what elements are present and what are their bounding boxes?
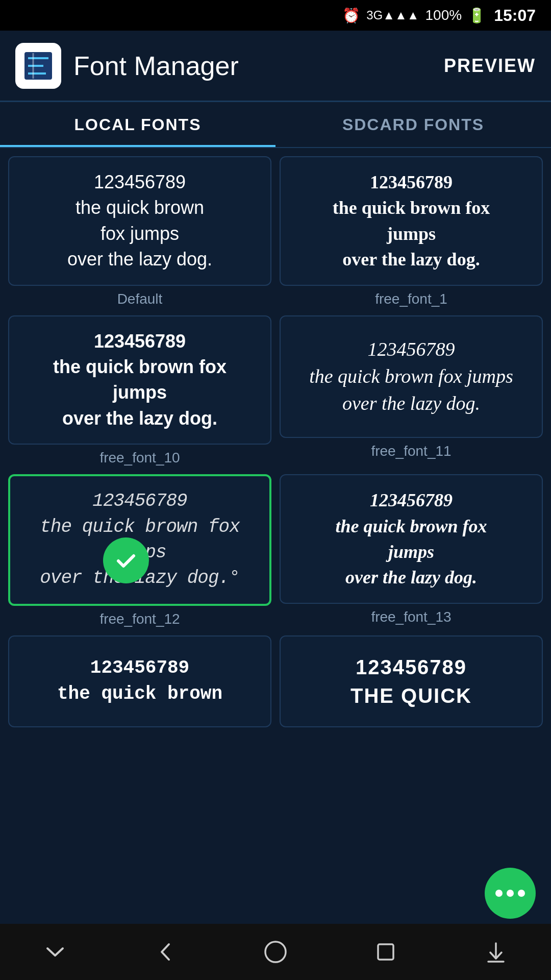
selected-check-badge <box>103 537 149 583</box>
status-time: 15:07 <box>494 6 536 25</box>
font-preview-11: 123456789the quick brown fox jumpsover t… <box>309 336 513 418</box>
font-preview-14r: 123456789THE QUICK <box>350 653 472 710</box>
fab-more-options[interactable] <box>485 868 536 919</box>
font-card-wrapper-10: 123456789the quick brown foxjumpsover th… <box>8 315 271 467</box>
fab-dot-3 <box>518 890 525 897</box>
font-preview-default: 123456789the quick brownfox jumpsover th… <box>67 169 212 273</box>
preview-button[interactable]: PREVIEW <box>444 55 536 77</box>
font-preview-10: 123456789the quick brown foxjumpsover th… <box>53 329 227 432</box>
status-bar: ⏰ 3G▲▲▲ 100% 🔋 15:07 <box>0 0 551 31</box>
font-grid: 123456789the quick brownfox jumpsover th… <box>0 148 551 736</box>
font-card-wrapper-default: 123456789the quick brownfox jumpsover th… <box>8 156 271 307</box>
font-name-10: free_font_10 <box>99 450 180 466</box>
svg-rect-7 <box>378 944 393 960</box>
font-preview-13: 123456789the quick brown foxjumpsover th… <box>335 487 487 591</box>
bottom-nav <box>0 924 551 980</box>
nav-recents[interactable] <box>365 932 406 972</box>
font-name-1: free_font_1 <box>375 291 447 307</box>
battery-text: 100% <box>425 7 462 23</box>
fab-dots <box>495 890 525 897</box>
font-card-wrapper-14r: 123456789THE QUICK <box>280 635 543 727</box>
font-card-1[interactable]: 123456789the quick brown foxjumpsover th… <box>280 156 543 286</box>
alarm-icon: ⏰ <box>342 7 360 24</box>
app-bar: Font Manager PREVIEW <box>0 31 551 102</box>
font-card-14l[interactable]: 123456789the quick brown <box>8 635 271 727</box>
font-card-wrapper-12: 123456789the quick brown foxjumpsover th… <box>8 474 271 627</box>
font-card-12[interactable]: 123456789the quick brown foxjumpsover th… <box>8 474 271 606</box>
nav-back[interactable] <box>145 932 186 972</box>
font-card-wrapper-13: 123456789the quick brown foxjumpsover th… <box>280 474 543 627</box>
nav-home[interactable] <box>255 932 296 972</box>
font-card-10[interactable]: 123456789the quick brown foxjumpsover th… <box>8 315 271 445</box>
font-name-12: free_font_12 <box>99 611 180 627</box>
signal-icon: 3G▲▲▲ <box>366 8 419 22</box>
font-preview-1: 123456789the quick brown foxjumpsover th… <box>333 169 490 273</box>
svg-point-6 <box>265 942 286 962</box>
font-name-11: free_font_11 <box>371 443 451 459</box>
tabs-container: LOCAL FONTS SDCARD FONTS <box>0 102 551 148</box>
app-title: Font Manager <box>73 51 444 81</box>
nav-download[interactable] <box>475 932 516 972</box>
tab-local-fonts[interactable]: LOCAL FONTS <box>0 102 276 147</box>
font-card-14r[interactable]: 123456789THE QUICK <box>280 635 543 727</box>
font-card-13[interactable]: 123456789the quick brown foxjumpsover th… <box>280 474 543 604</box>
nav-chevron-down[interactable] <box>35 932 76 972</box>
fab-dot-2 <box>507 890 514 897</box>
font-card-wrapper-1: 123456789the quick brown foxjumpsover th… <box>280 156 543 307</box>
font-name-13: free_font_13 <box>371 609 451 625</box>
font-card-wrapper-11: 123456789the quick brown fox jumpsover t… <box>280 315 543 467</box>
battery-icon: 🔋 <box>468 7 486 24</box>
font-preview-14l: 123456789the quick brown <box>57 655 222 707</box>
status-icons: ⏰ 3G▲▲▲ 100% 🔋 <box>342 7 486 24</box>
font-card-11[interactable]: 123456789the quick brown fox jumpsover t… <box>280 315 543 438</box>
font-name-default: Default <box>117 291 163 307</box>
font-card-wrapper-14l: 123456789the quick brown <box>8 635 271 727</box>
fab-dot-1 <box>495 890 503 897</box>
font-card-default[interactable]: 123456789the quick brownfox jumpsover th… <box>8 156 271 286</box>
app-logo <box>15 43 61 89</box>
tab-sdcard-fonts[interactable]: SDCARD FONTS <box>276 102 551 147</box>
